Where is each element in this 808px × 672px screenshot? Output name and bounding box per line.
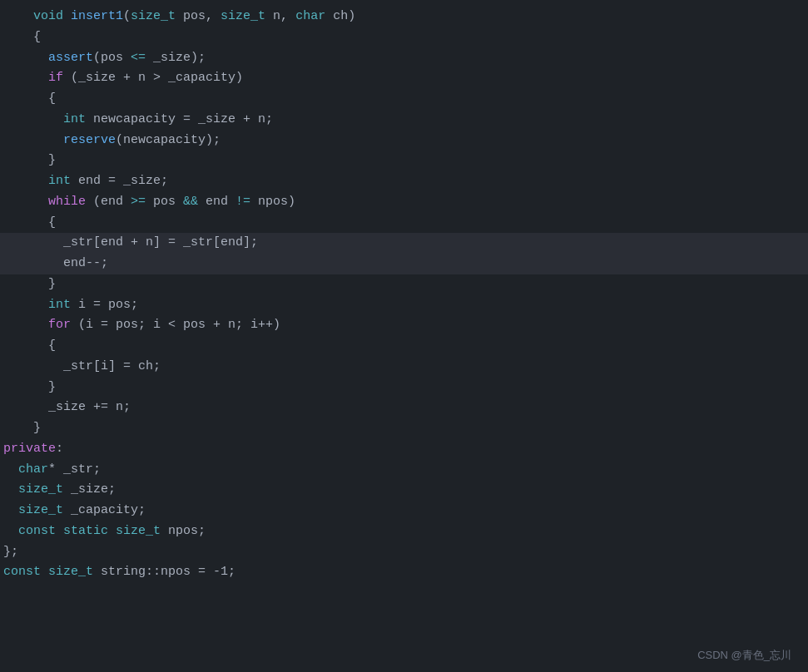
token-plain: (_size + n > _capacity)	[63, 71, 243, 85]
code-content: _str[end + n] = _str[end];	[60, 233, 808, 254]
code-line: {	[0, 213, 808, 234]
token-kw-type: void	[33, 9, 63, 23]
token-kw-func: insert1	[71, 9, 123, 23]
token-kw-type: char	[18, 462, 48, 477]
code-content: _size += n;	[45, 398, 808, 418]
token-plain: _str[i] = ch;	[63, 359, 161, 373]
code-content: int i = pos;	[45, 295, 808, 316]
token-op: !=	[235, 195, 250, 209]
token-plain: _size;	[63, 482, 116, 497]
code-editor: void insert1(size_t pos, size_t n, char …	[0, 0, 808, 590]
code-line: }	[0, 418, 808, 439]
code-content: {	[30, 27, 808, 48]
token-plain: };	[3, 545, 18, 559]
code-line: };	[0, 542, 808, 563]
code-content: if (_size + n > _capacity)	[45, 68, 808, 89]
token-kw-ctrl: if	[48, 71, 63, 85]
token-plain: _size += n;	[48, 400, 131, 414]
token-plain: pos,	[176, 9, 221, 23]
code-content: char* _str;	[15, 460, 808, 481]
token-plain	[108, 524, 116, 538]
token-plain: :	[56, 442, 63, 456]
code-line: int newcapacity = _size + n;	[0, 110, 808, 131]
token-kw-ctrl: while	[48, 195, 86, 209]
token-kw-type: int	[48, 174, 71, 188]
code-content: }	[45, 151, 808, 171]
token-plain: (newcapacity);	[116, 133, 221, 147]
token-plain: (end	[86, 195, 131, 209]
token-plain	[63, 9, 71, 23]
code-line: size_t _capacity;	[0, 501, 808, 521]
code-line: if (_size + n > _capacity)	[0, 68, 808, 89]
code-content: {	[45, 336, 808, 357]
token-plain: n,	[265, 9, 295, 23]
token-plain: _size);	[146, 51, 206, 65]
token-kw-ctrl: for	[48, 318, 71, 332]
token-plain: {	[48, 215, 56, 230]
code-line: _str[end + n] = _str[end];	[0, 233, 808, 254]
code-content: end--;	[60, 254, 808, 274]
code-content: _str[i] = ch;	[60, 357, 808, 378]
code-content: size_t _size;	[15, 480, 808, 501]
code-line: private:	[0, 439, 808, 460]
code-content: void insert1(size_t pos, size_t n, char …	[30, 7, 808, 27]
code-content: }	[45, 274, 808, 295]
code-content: int newcapacity = _size + n;	[60, 110, 808, 131]
token-kw-ctrl: private	[3, 442, 56, 456]
token-kw-type: const	[18, 524, 56, 538]
token-plain: pos	[146, 195, 183, 209]
code-line: const static size_t npos;	[0, 521, 808, 542]
token-kw-type: size_t	[221, 9, 265, 23]
code-line: int i = pos;	[0, 295, 808, 316]
token-kw-type: size_t	[18, 482, 63, 497]
code-content: reserve(newcapacity);	[60, 131, 808, 151]
code-content: private:	[0, 439, 808, 460]
token-plain: end	[198, 195, 235, 209]
token-plain: _capacity;	[63, 503, 146, 517]
token-plain: (	[123, 9, 131, 23]
code-line: }	[0, 274, 808, 295]
code-line: }	[0, 378, 808, 398]
code-content: for (i = pos; i < pos + n; i++)	[45, 315, 808, 336]
token-plain: newcapacity = _size + n;	[86, 112, 273, 126]
token-plain: end--;	[63, 256, 108, 270]
code-content: };	[0, 542, 808, 563]
token-kw-func: reserve	[63, 133, 116, 147]
code-line: reserve(newcapacity);	[0, 131, 808, 151]
token-kw-type: size_t	[116, 524, 161, 538]
token-plain: (i = pos; i < pos + n; i++)	[71, 318, 280, 332]
code-line: while (end >= pos && end != npos)	[0, 192, 808, 213]
code-line: _size += n;	[0, 398, 808, 418]
token-kw-type: char	[295, 9, 325, 23]
token-plain: }	[33, 421, 41, 435]
code-line: end--;	[0, 254, 808, 274]
token-kw-type: int	[48, 298, 71, 312]
token-op: <=	[131, 51, 146, 65]
code-line: size_t _size;	[0, 480, 808, 501]
token-plain: npos)	[250, 195, 295, 209]
code-content: }	[45, 378, 808, 398]
token-op: >=	[131, 195, 146, 209]
token-plain: }	[48, 380, 56, 394]
code-content: }	[30, 418, 808, 439]
code-line: {	[0, 89, 808, 110]
code-line: char* _str;	[0, 460, 808, 481]
code-line: {	[0, 336, 808, 357]
token-plain: {	[33, 30, 41, 44]
token-plain	[56, 524, 63, 538]
code-line: }	[0, 151, 808, 171]
token-plain: }	[48, 277, 56, 291]
code-line: const size_t string::npos = -1;	[0, 562, 808, 583]
code-content: {	[45, 213, 808, 234]
code-line: int end = _size;	[0, 171, 808, 192]
token-op: &&	[183, 195, 198, 209]
token-kw-type: size_t	[131, 9, 176, 23]
token-plain: string::npos = -1;	[93, 565, 235, 579]
code-line: for (i = pos; i < pos + n; i++)	[0, 315, 808, 336]
token-kw-func: assert	[48, 51, 93, 65]
token-kw-type: size_t	[48, 565, 93, 579]
token-plain: {	[48, 338, 56, 353]
token-plain	[41, 565, 48, 579]
code-content: {	[45, 89, 808, 110]
code-line: void insert1(size_t pos, size_t n, char …	[0, 7, 808, 27]
